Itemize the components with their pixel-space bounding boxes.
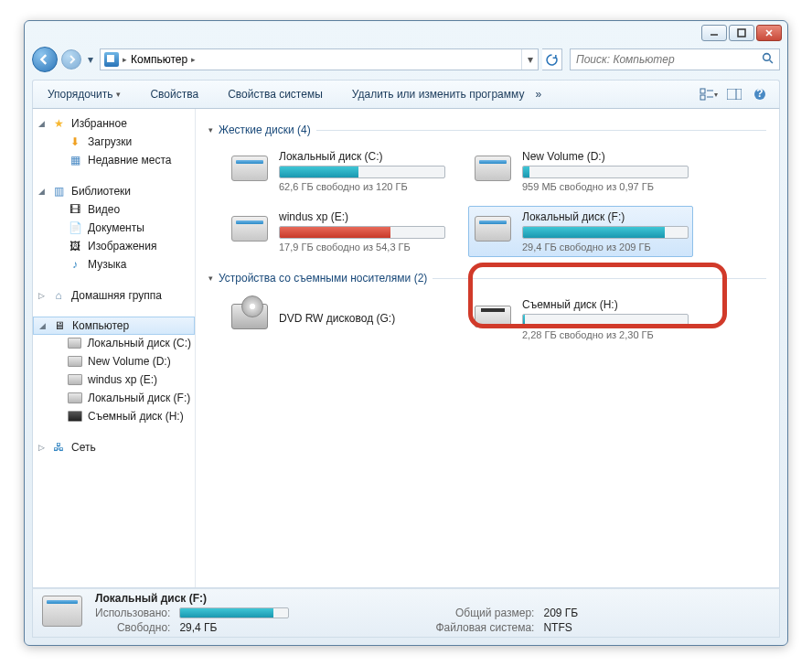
drive-label: DVD RW дисковод (G:): [279, 312, 395, 325]
tree-disk-c[interactable]: Локальный диск (C:): [33, 334, 195, 352]
minimize-button[interactable]: [701, 25, 727, 41]
status-fs-label: Файловая система:: [435, 621, 534, 634]
favorites-node[interactable]: ◢★Избранное: [33, 114, 195, 133]
drive-h[interactable]: Съемный диск (H:) 2,28 ГБ свободно из 2,…: [468, 294, 693, 345]
drive-label: Локальный диск (F:): [522, 210, 689, 223]
tree-disk-f[interactable]: Локальный диск (F:): [33, 389, 195, 407]
computer-icon: 🖥: [52, 318, 67, 333]
libraries-node[interactable]: ◢▥Библиотеки: [33, 182, 195, 200]
drive-label: Локальный диск (C:): [279, 150, 445, 163]
navbar: ▾ ▸ Компьютер▸ ▾: [32, 45, 780, 74]
usage-bar: [279, 166, 445, 178]
library-icon: ▥: [51, 184, 66, 199]
search-input[interactable]: [576, 53, 762, 66]
svg-rect-7: [700, 95, 705, 100]
computer-node[interactable]: ◢🖥Компьютер: [33, 317, 195, 335]
recent-icon: ▦: [68, 153, 82, 167]
disk-icon: [68, 411, 82, 422]
drive-f[interactable]: Локальный диск (F:) 29,4 ГБ свободно из …: [468, 206, 693, 257]
tree-downloads[interactable]: ⬇Загрузки: [33, 133, 195, 151]
address-dropdown[interactable]: ▾: [521, 49, 538, 70]
disk-icon: [68, 338, 81, 349]
usage-bar: [522, 226, 689, 239]
tree-disk-d[interactable]: New Volume (D:): [33, 352, 195, 371]
drive-free-text: 29,4 ГБ свободно из 209 ГБ: [522, 242, 689, 252]
tree-recent[interactable]: ▦Недавние места: [33, 151, 195, 169]
status-free-label: Свободно:: [95, 621, 170, 634]
address-bar[interactable]: ▸ Компьютер▸ ▾: [100, 48, 539, 70]
refresh-button[interactable]: [542, 48, 562, 70]
status-used-label: Использовано:: [95, 607, 170, 619]
status-usage-bar: [179, 607, 289, 618]
dvd-icon: [231, 304, 268, 329]
back-button[interactable]: [32, 47, 58, 72]
chevron-right-icon: ▸: [191, 55, 196, 64]
search-box[interactable]: [570, 48, 780, 70]
toolbar: Упорядочить ▾ Свойства Свойства системы …: [32, 80, 780, 109]
explorer-window: ▾ ▸ Компьютер▸ ▾ Упорядочить ▾ Свойства …: [24, 20, 788, 646]
tree-disk-h[interactable]: Съемный диск (H:): [33, 407, 195, 425]
group-hard-disks[interactable]: ▾Жесткие диски (4): [208, 124, 766, 136]
status-free-val: 29,4 ГБ: [179, 621, 289, 634]
svg-line-5: [770, 60, 773, 63]
usage-bar: [279, 226, 445, 239]
disk-icon: [68, 374, 82, 385]
usage-bar: [522, 314, 689, 327]
homegroup-node[interactable]: ▷⌂Домашняя группа: [33, 286, 195, 305]
system-properties-button[interactable]: Свойства системы: [222, 84, 328, 104]
drive-d[interactable]: New Volume (D:) 959 МБ свободно из 0,97 …: [468, 145, 693, 197]
usb-icon: [475, 306, 511, 328]
tree-music[interactable]: ♪Музыка: [33, 255, 195, 274]
download-icon: ⬇: [68, 134, 82, 149]
drive-label: windus xp (E:): [279, 210, 445, 223]
drive-c[interactable]: Локальный диск (C:) 62,6 ГБ свободно из …: [225, 145, 450, 197]
document-icon: 📄: [68, 220, 82, 235]
drive-free-text: 17,9 ГБ свободно из 54,3 ГБ: [279, 242, 445, 252]
titlebar: [25, 21, 787, 45]
tree-documents[interactable]: 📄Документы: [33, 219, 195, 237]
svg-rect-1: [738, 29, 745, 37]
network-node[interactable]: ▷🖧Сеть: [33, 438, 195, 457]
drive-label: Съемный диск (H:): [522, 298, 689, 311]
tree-pictures[interactable]: 🖼Изображения: [33, 237, 195, 255]
drive-g[interactable]: DVD RW дисковод (G:): [225, 294, 450, 345]
video-icon: 🎞: [68, 202, 82, 217]
hdd-icon: [231, 216, 268, 242]
disk-icon: [68, 392, 82, 403]
tree-disk-e[interactable]: windus xp (E:): [33, 371, 195, 389]
usage-bar: [522, 166, 689, 178]
status-name: Локальный диск (F:): [95, 592, 289, 605]
organize-menu[interactable]: Упорядочить ▾: [42, 84, 126, 104]
star-icon: ★: [51, 116, 66, 131]
forward-button[interactable]: [61, 49, 81, 70]
group-removable[interactable]: ▾Устройства со съемными носителями (2): [208, 272, 766, 285]
crumb-computer[interactable]: Компьютер▸: [127, 49, 199, 70]
view-mode-button[interactable]: ▾: [699, 85, 719, 103]
content-area: ▾Жесткие диски (4) Локальный диск (C:) 6…: [196, 109, 779, 587]
details-pane: Локальный диск (F:) Использовано: Общий …: [32, 588, 780, 638]
help-button[interactable]: ?: [750, 85, 770, 103]
hdd-icon: [475, 156, 511, 181]
music-icon: ♪: [68, 257, 82, 272]
svg-rect-10: [727, 89, 742, 100]
properties-button[interactable]: Свойства: [144, 84, 204, 104]
drive-free-text: 2,28 ГБ свободно из 2,30 ГБ: [522, 329, 689, 340]
uninstall-button[interactable]: Удалить или изменить программу: [347, 84, 530, 104]
search-icon: [762, 52, 774, 67]
hdd-icon: [231, 156, 268, 181]
disk-icon: [68, 356, 82, 367]
homegroup-icon: ⌂: [51, 288, 66, 303]
close-button[interactable]: [756, 25, 782, 41]
svg-point-4: [764, 54, 771, 61]
maximize-button[interactable]: [729, 25, 754, 41]
history-dropdown[interactable]: ▾: [85, 53, 96, 66]
status-total-val: 209 ГБ: [543, 607, 578, 619]
svg-rect-6: [700, 89, 705, 93]
drive-free-text: 62,6 ГБ свободно из 120 ГБ: [279, 181, 445, 192]
crumb-label: Компьютер: [131, 53, 187, 66]
preview-pane-button[interactable]: [724, 85, 744, 103]
navigation-pane: ◢★Избранное ⬇Загрузки ▦Недавние места ◢▥…: [33, 109, 196, 587]
drive-e[interactable]: windus xp (E:) 17,9 ГБ свободно из 54,3 …: [225, 206, 450, 257]
network-icon: 🖧: [51, 440, 66, 455]
tree-videos[interactable]: 🎞Видео: [33, 200, 195, 219]
